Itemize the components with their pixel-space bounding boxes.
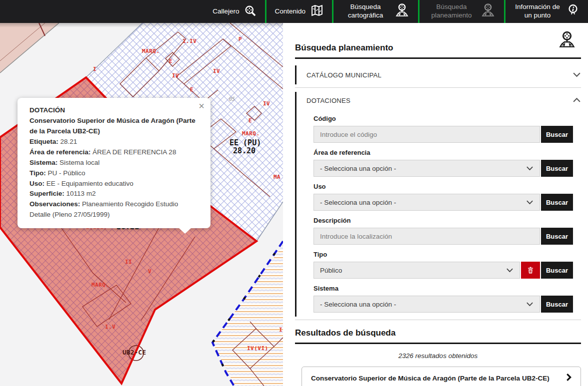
nav-item-contenido[interactable]: Contenido [266,0,332,23]
area-referencia-select[interactable]: - Selecciona una opción - [314,160,540,177]
buscar-button[interactable]: Buscar [541,126,573,143]
close-icon[interactable]: × [198,101,204,111]
divider [295,320,581,320]
buscar-button[interactable]: Buscar [541,296,573,313]
map-search-icon [480,2,496,20]
info-point-icon [566,3,580,19]
trash-icon [526,266,535,275]
popup-field: Etiqueta: 28.21 [30,137,198,147]
results-count: 2326 resultados obtenidos [295,352,581,360]
popup-field: Área de referencia: ÁREA DE REFERENCIA 2… [30,147,198,158]
nav-label: Información de un punto [514,3,562,20]
nav-item-busqueda-cartografica[interactable]: Búsqueda cartográfica [334,0,418,23]
popup-field: Observaciones: Planeamiento Recogido Est… [30,199,198,220]
codigo-input[interactable] [314,126,540,143]
popup-field: Uso: EE - Equipamiento educativo [30,179,198,189]
field-label: Código [314,115,573,122]
clear-filter-button[interactable] [521,262,540,279]
accordion-catalogo-municipal[interactable]: CATÁLOGO MUNICIPAL [295,65,581,84]
sistema-select[interactable]: - Selecciona una opción - [314,296,540,313]
results-title: Resultados de búsqueda [295,328,581,344]
chevron-down-icon [526,200,534,205]
field-label: Uso [314,183,573,190]
map-canvas[interactable]: MARQ.1.IVPEIIVIVE05IVEMARQ.EE (PU)28.20M… [0,23,283,386]
field-label: Descripción [314,217,573,224]
buscar-button[interactable]: Buscar [541,228,573,245]
chevron-up-icon [572,96,581,105]
nav-label: Búsqueda cartográfica [342,3,390,20]
popup-feature-name: Conservatorio Superior de Música de Arag… [30,116,198,137]
nav-label: Callejero [212,7,239,16]
field-label: Sistema [314,285,573,292]
nav-label: Búsqueda planeamiento [428,3,476,20]
divider [295,87,581,88]
nav-label: Contenido [274,7,306,16]
map-search-icon [557,30,577,52]
uso-select[interactable]: - Selecciona una opción - [314,194,540,211]
top-navigation: Callejero Contenido Búsqueda cartográfic… [0,0,588,23]
buscar-button[interactable]: Buscar [541,194,573,211]
chevron-right-icon [566,373,572,384]
popup-field: Superficie: 10113 m2 [30,189,198,199]
map-search-icon [394,2,410,20]
nav-item-informacion-punto[interactable]: Información de un punto [506,0,588,23]
popup-field: Sistema: Sistema local [30,158,198,168]
chevron-down-icon [572,70,581,79]
tipo-select[interactable]: Público [314,262,520,279]
accordion-label: CATÁLOGO MUNICIPAL [306,71,572,79]
search-icon [244,4,257,19]
panel-title: Búsqueda planeamiento [295,43,581,59]
search-panel: Búsqueda planeamiento CATÁLOGO MUNICIPAL… [283,23,588,386]
chevron-down-icon [526,302,534,307]
chevron-down-icon [526,166,534,171]
feature-popup: × DOTACIÓN Conservatorio Superior de Mús… [18,98,210,228]
nav-item-busqueda-planeamiento[interactable]: Búsqueda planeamiento [420,0,504,23]
popup-field: Tipo: PU - Público [30,168,198,179]
field-label: Tipo [314,251,573,258]
accordion-label: DOTACIONES [306,97,572,104]
buscar-button[interactable]: Buscar [541,160,573,177]
popup-tail [178,228,192,234]
chevron-down-icon [506,268,514,273]
popup-title: DOTACIÓN [30,106,198,114]
accordion-dotaciones-section: DOTACIONES Código Buscar Área de referen… [295,92,581,317]
result-item-label: Conservatorio Superior de Música de Arag… [311,375,566,382]
descripcion-input[interactable] [314,228,540,245]
result-item[interactable]: Conservatorio Superior de Música de Arag… [302,367,581,386]
field-label: Área de referencia [314,149,573,156]
map-icon [310,3,324,19]
dotaciones-form: Código Buscar Área de referencia - Selec… [306,115,581,313]
accordion-dotaciones[interactable]: DOTACIONES [306,92,581,109]
nav-item-callejero[interactable]: Callejero [204,0,265,23]
buscar-button[interactable]: Buscar [541,262,573,279]
